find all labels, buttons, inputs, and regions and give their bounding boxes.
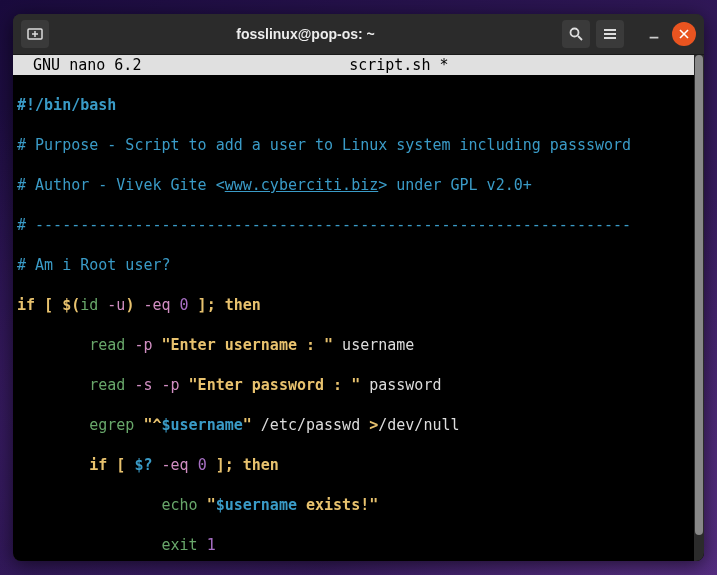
menu-button[interactable] xyxy=(596,20,624,48)
code-tok: 0 xyxy=(180,296,189,314)
code-tok: exit xyxy=(162,536,198,554)
nano-app-name: GNU nano 6.2 xyxy=(33,56,141,74)
code-tok: "Enter password : " xyxy=(189,376,361,394)
code-tok: $( xyxy=(62,296,80,314)
code-tok: $username xyxy=(216,496,297,514)
code-tok: read xyxy=(89,336,125,354)
code-tok: exists!" xyxy=(297,496,378,514)
scrollbar[interactable] xyxy=(694,55,704,561)
nano-header: GNU nano 6.2 script.sh * xyxy=(13,55,704,75)
code-tok: /etc/passwd xyxy=(252,416,369,434)
code-tok: read xyxy=(89,376,125,394)
minimize-button[interactable] xyxy=(642,22,666,46)
code-tok: username xyxy=(333,336,414,354)
code-line: # Author - Vivek Gite < xyxy=(17,176,225,194)
window-title: fosslinux@pop-os: ~ xyxy=(55,26,556,42)
code-tok: ]; then xyxy=(207,456,279,474)
code-tok: echo xyxy=(162,496,198,514)
code-tok: [ xyxy=(35,296,62,314)
search-button[interactable] xyxy=(562,20,590,48)
svg-point-3 xyxy=(571,29,579,37)
code-line: www.cyberciti.biz xyxy=(225,176,379,194)
terminal-content[interactable]: GNU nano 6.2 script.sh * #!/bin/bash # P… xyxy=(13,55,704,561)
code-tok: $username xyxy=(162,416,243,434)
code-tok: -p xyxy=(152,376,188,394)
code-line: > under GPL v2.0+ xyxy=(378,176,532,194)
code-tok: > xyxy=(369,416,378,434)
code-line: # Am i Root user? xyxy=(17,256,171,274)
code-tok: -p xyxy=(125,336,161,354)
code-tok: " xyxy=(243,416,252,434)
code-tok: 0 xyxy=(198,456,207,474)
code-tok: id xyxy=(80,296,98,314)
titlebar: fosslinux@pop-os: ~ xyxy=(13,14,704,55)
code-tok: if xyxy=(17,296,35,314)
editor-buffer[interactable]: #!/bin/bash # Purpose - Script to add a … xyxy=(13,75,704,561)
terminal-window: fosslinux@pop-os: ~ GNU nano 6.2 script.… xyxy=(13,14,704,561)
code-line: #!/bin/bash xyxy=(17,96,116,114)
code-tok: "^ xyxy=(134,416,161,434)
code-tok: -u xyxy=(98,296,125,314)
code-tok: if xyxy=(89,456,107,474)
new-tab-button[interactable] xyxy=(21,20,49,48)
nano-filename: script.sh * xyxy=(349,56,448,74)
svg-line-4 xyxy=(578,36,582,40)
code-tok: /dev/null xyxy=(378,416,459,434)
close-button[interactable] xyxy=(672,22,696,46)
code-tok: ]; then xyxy=(189,296,261,314)
code-tok: 1 xyxy=(198,536,216,554)
scrollbar-thumb[interactable] xyxy=(695,55,703,535)
code-tok: [ xyxy=(107,456,134,474)
code-line: # Purpose - Script to add a user to Linu… xyxy=(17,136,631,154)
code-tok: " xyxy=(198,496,216,514)
code-tok: -s xyxy=(125,376,152,394)
code-line: # --------------------------------------… xyxy=(17,216,631,234)
code-tok: -eq xyxy=(152,456,197,474)
code-tok: "Enter username : " xyxy=(162,336,334,354)
code-tok: $? xyxy=(134,456,152,474)
code-tok: password xyxy=(360,376,441,394)
code-tok: egrep xyxy=(89,416,134,434)
code-tok: -eq xyxy=(134,296,179,314)
